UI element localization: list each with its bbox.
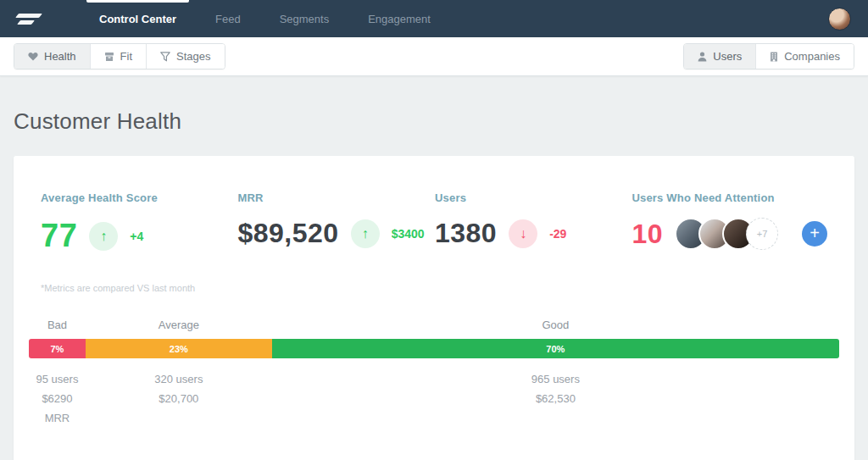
health-tab[interactable]: Health <box>14 44 91 69</box>
metric-label: MRR <box>237 191 434 204</box>
segment-stats-average: 320 users $20,700 <box>86 370 272 428</box>
user-icon <box>698 52 707 62</box>
add-user-button[interactable]: + <box>802 221 827 247</box>
arrow-down-icon: ↓ <box>509 219 537 248</box>
companies-toggle[interactable]: Companies <box>756 44 854 69</box>
heart-icon <box>28 52 38 61</box>
arrow-up-icon: ↑ <box>351 219 380 248</box>
metric-value: $89,520 <box>237 218 338 249</box>
plus-icon: + <box>810 224 820 241</box>
box-icon <box>104 52 114 62</box>
segment-mrr: $6290 MRR <box>29 390 86 429</box>
metric-mrr: MRR $89,520 ↑ $3400 <box>237 191 434 254</box>
attention-avatar-stack[interactable]: +7 <box>675 218 778 250</box>
metric-value: 1380 <box>435 218 497 249</box>
segment-label-bad: Bad <box>29 319 86 331</box>
nav-item-feed[interactable]: Feed <box>196 0 260 37</box>
nav-item-segments[interactable]: Segments <box>260 0 349 37</box>
metric-delta: +4 <box>130 230 143 243</box>
segment-mrr: $62,530 <box>272 390 839 409</box>
metric-users-need-attention: Users Who Need Attention 10 +7 + <box>632 191 827 254</box>
metrics-footnote: *Metrics are compared VS last month <box>41 283 827 293</box>
metric-label: Average Health Score <box>41 191 237 204</box>
segment-users: 965 users <box>272 370 839 390</box>
segment-users: 320 users <box>86 370 272 390</box>
metric-delta: -29 <box>549 227 566 241</box>
building-icon <box>770 52 778 62</box>
user-avatar[interactable] <box>828 8 851 30</box>
fit-tab[interactable]: Fit <box>91 44 147 69</box>
bar-segment-bad[interactable]: 7% <box>29 339 86 358</box>
arrow-up-icon: ↑ <box>89 222 118 251</box>
metrics-row: Average Health Score 77 ↑ +4 MRR $89,520… <box>41 191 827 254</box>
funnel-icon <box>160 52 170 62</box>
customer-health-card: Average Health Score 77 ↑ +4 MRR $89,520… <box>14 156 854 460</box>
segment-label-average: Average <box>86 319 272 331</box>
metric-label: Users Who Need Attention <box>632 191 827 204</box>
toolbar: Health Fit Stages Users Companies <box>0 37 868 76</box>
segment-users: 95 users <box>29 370 86 390</box>
bar-segment-average[interactable]: 23% <box>86 339 272 358</box>
metric-delta: $3400 <box>392 227 425 241</box>
segment-mrr: $20,700 <box>86 390 272 409</box>
segment-label-good: Good <box>272 319 839 331</box>
metric-users: Users 1380 ↓ -29 <box>435 191 632 254</box>
segment-labels: Bad Average Good <box>29 319 839 331</box>
nav-item-control-center[interactable]: Control Center <box>80 0 196 37</box>
metric-label: Users <box>435 191 632 204</box>
bar-segment-good[interactable]: 70% <box>272 339 839 358</box>
distribution-bar: 7% 23% 70% <box>29 339 839 358</box>
stages-tab[interactable]: Stages <box>147 44 224 69</box>
page-content: Customer Health Average Health Score 77 … <box>0 108 868 460</box>
metric-value: 10 <box>632 219 663 250</box>
nav-item-engagement[interactable]: Engagement <box>348 0 450 37</box>
top-nav: Control Center Feed Segments Engagement <box>0 0 868 37</box>
metric-average-health-score: Average Health Score 77 ↑ +4 <box>41 191 237 254</box>
avatar-overflow-badge[interactable]: +7 <box>746 218 778 250</box>
metric-value: 77 <box>41 218 77 254</box>
app-logo-icon[interactable] <box>17 11 42 26</box>
segment-stats-bad: 95 users $6290 MRR <box>29 370 86 428</box>
segment-stats-good: 965 users $62,530 <box>272 370 839 428</box>
main-nav-items: Control Center Feed Segments Engagement <box>80 0 828 37</box>
users-toggle[interactable]: Users <box>684 44 756 69</box>
entity-switcher: Users Companies <box>683 43 854 69</box>
view-switcher: Health Fit Stages <box>14 43 225 69</box>
segment-stats: 95 users $6290 MRR 320 users $20,700 965… <box>29 370 839 428</box>
health-distribution: Bad Average Good 7% 23% 70% 95 users $62… <box>29 319 839 428</box>
page-title: Customer Health <box>14 108 854 135</box>
